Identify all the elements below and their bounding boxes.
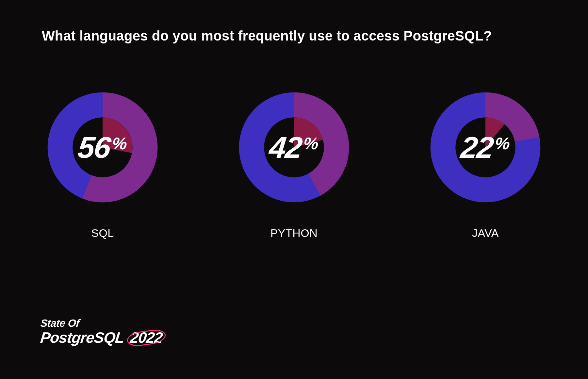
donut-label: JAVA — [472, 227, 499, 239]
chart-title: What languages do you most frequently us… — [42, 28, 492, 44]
footer-brand-name: PostgreSQL — [40, 329, 124, 346]
footer-line2: PostgreSQL 2022 — [40, 329, 164, 346]
donut-chart: 56 % SQL — [43, 88, 162, 239]
donut-icon: 42 % — [234, 88, 354, 207]
footer-line1: State Of — [40, 317, 80, 329]
donut-label: SQL — [91, 227, 114, 239]
donut-chart: 22 % JAVA — [426, 88, 545, 239]
donut-icon: 56 % — [43, 88, 162, 207]
donut-chart: 42 % PYTHON — [234, 88, 354, 239]
donut-icon: 22 % — [426, 88, 545, 207]
donut-label: PYTHON — [270, 227, 318, 239]
footer-year: 2022 — [129, 329, 164, 346]
footer-brand: State Of PostgreSQL 2022 — [41, 317, 163, 346]
charts-row: 56 % SQL 42 % PYTHON 22 % JAVA — [0, 88, 588, 239]
